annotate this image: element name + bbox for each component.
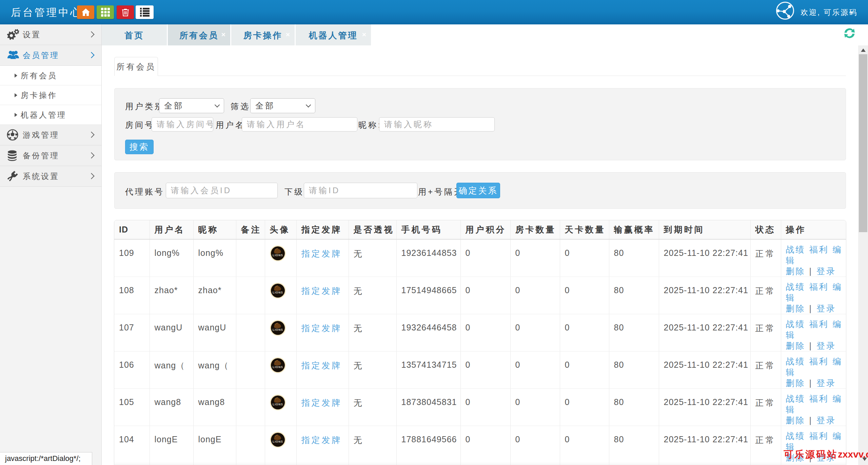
svg-text:LIONS: LIONS (273, 440, 283, 443)
svg-text:LIONS: LIONS (273, 403, 283, 406)
svg-text:LIONS: LIONS (273, 254, 283, 257)
svg-text:LIONS: LIONS (273, 328, 283, 331)
svg-text:LIONS: LIONS (273, 291, 283, 294)
svg-text:LIONS: LIONS (273, 365, 283, 369)
